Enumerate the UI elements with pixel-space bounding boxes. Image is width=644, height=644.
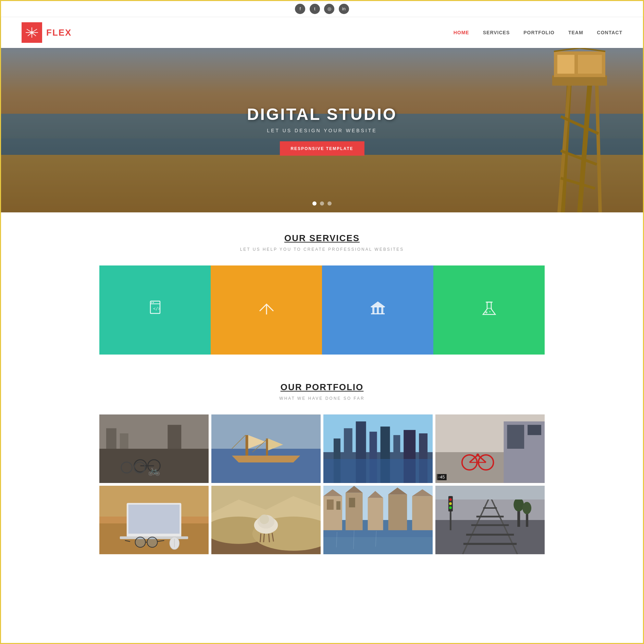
svg-rect-74	[507, 425, 524, 449]
code-icon: </>	[146, 298, 165, 322]
nav-item-team[interactable]: TEAM	[568, 29, 583, 36]
portfolio-item-1[interactable]	[99, 414, 209, 483]
portfolio-thumb-4: 45	[435, 414, 545, 483]
logo-icon	[25, 26, 39, 39]
lifeguard-structure	[542, 48, 617, 212]
svg-line-106	[264, 534, 264, 542]
nav-item-contact[interactable]: CONTACT	[597, 29, 622, 36]
svg-rect-52	[246, 435, 248, 456]
nav-menu: HOME SERVICES PORTFOLIO TEAM CONTACT	[454, 29, 622, 36]
service-card-send[interactable]	[211, 265, 322, 355]
nav-link-contact[interactable]: CONTACT	[597, 30, 622, 35]
svg-rect-30	[372, 307, 374, 314]
svg-point-35	[485, 311, 487, 313]
nav-item-home[interactable]: HOME	[454, 29, 469, 36]
hero-dot-3[interactable]	[327, 201, 332, 206]
send-icon	[257, 299, 276, 322]
portfolio-grid: 45	[99, 414, 545, 554]
portfolio-subtitle: WHAT WE HAVE DONE SO FAR	[35, 396, 609, 401]
hero-dot-2[interactable]	[320, 201, 324, 206]
portfolio-img-4-svg: 45	[435, 414, 545, 483]
instagram-link[interactable]: ◎	[324, 4, 334, 14]
lab-svg	[480, 299, 499, 318]
svg-point-149	[449, 502, 452, 505]
portfolio-item-6[interactable]	[211, 486, 321, 554]
svg-rect-114	[327, 499, 334, 510]
nav-link-services[interactable]: SERVICES	[483, 30, 510, 35]
svg-text:45: 45	[438, 475, 442, 479]
portfolio-item-3[interactable]	[323, 414, 433, 483]
svg-rect-127	[323, 530, 433, 537]
portfolio-item-7[interactable]	[323, 486, 433, 554]
portfolio-thumb-6	[211, 486, 321, 554]
svg-point-91	[147, 537, 158, 547]
svg-line-9	[580, 82, 590, 212]
services-section: OUR SERVICES LET US HELP YOU TO CREATE P…	[1, 212, 643, 375]
portfolio-item-2[interactable]	[211, 414, 321, 483]
svg-rect-31	[377, 307, 379, 314]
nav-item-portfolio[interactable]: PORTFOLIO	[523, 29, 555, 36]
svg-rect-18	[578, 55, 602, 74]
portfolio-img-3-svg	[323, 414, 433, 483]
portfolio-img-6-svg	[211, 486, 321, 554]
svg-line-20	[580, 48, 605, 51]
svg-rect-41	[120, 433, 128, 449]
svg-rect-69	[323, 459, 433, 483]
svg-point-144	[522, 502, 531, 514]
portfolio-thumb-2	[211, 414, 321, 483]
portfolio-img-7-svg	[323, 486, 433, 554]
svg-rect-122	[388, 494, 407, 530]
nav-link-team[interactable]: TEAM	[568, 30, 583, 35]
portfolio-title: OUR PORTFOLIO	[35, 382, 609, 393]
portfolio-item-5[interactable]	[99, 486, 209, 554]
services-grid: </>	[99, 265, 545, 355]
svg-rect-38	[99, 449, 209, 483]
portfolio-thumb-3	[323, 414, 433, 483]
hero-dots	[312, 201, 332, 206]
portfolio-item-8[interactable]	[435, 486, 545, 554]
portfolio-item-4[interactable]: 45	[435, 414, 545, 483]
svg-rect-75	[528, 425, 541, 435]
svg-line-105	[260, 534, 261, 542]
services-title: OUR SERVICES	[35, 233, 609, 244]
service-card-institution[interactable]	[322, 265, 433, 355]
portfolio-img-5-svg	[99, 486, 209, 554]
twitter-link[interactable]: t	[310, 4, 320, 14]
send-svg	[257, 299, 276, 318]
portfolio-thumb-5	[99, 486, 209, 554]
nav-item-services[interactable]: SERVICES	[483, 29, 510, 36]
hero-dot-1[interactable]	[312, 201, 317, 206]
facebook-link[interactable]: f	[295, 4, 305, 14]
portfolio-thumb-8	[435, 486, 545, 554]
service-card-code[interactable]: </>	[99, 265, 211, 355]
portfolio-img-1-svg	[99, 414, 209, 483]
hero-section: DIGITAL STUDIO LET US DESIGN YOUR WEBSIT…	[1, 48, 643, 212]
hero-content: DIGITAL STUDIO LET US DESIGN YOUR WEBSIT…	[247, 105, 397, 156]
hero-title: DIGITAL STUDIO	[247, 105, 397, 124]
svg-point-36	[489, 311, 491, 312]
navbar: FLEX HOME SERVICES PORTFOLIO TEAM CONTAC…	[1, 17, 643, 48]
svg-rect-42	[168, 425, 181, 449]
service-card-lab[interactable]	[433, 265, 545, 355]
portfolio-thumb-7	[323, 486, 433, 554]
nav-link-portfolio[interactable]: PORTFOLIO	[523, 30, 555, 35]
nav-link-home[interactable]: HOME	[454, 30, 469, 35]
portfolio-img-2-svg	[211, 414, 321, 483]
svg-point-7	[30, 31, 33, 34]
svg-point-81	[476, 454, 479, 456]
services-header: OUR SERVICES LET US HELP YOU TO CREATE P…	[35, 233, 609, 252]
brand: FLEX	[22, 22, 72, 43]
institution-icon	[368, 299, 387, 322]
svg-rect-120	[368, 498, 383, 530]
svg-rect-40	[106, 428, 116, 449]
svg-rect-124	[412, 496, 433, 530]
code-svg: </>	[146, 298, 165, 318]
svg-rect-32	[381, 307, 383, 314]
svg-rect-17	[557, 55, 574, 74]
svg-rect-119	[349, 498, 355, 507]
page-wrapper: f t ◎ in	[0, 0, 644, 644]
svg-point-148	[449, 498, 452, 501]
linkedin-link[interactable]: in	[339, 4, 349, 14]
svg-point-24	[153, 302, 154, 303]
hero-cta-button[interactable]: RESPONSIVE TEMPLATE	[280, 141, 364, 156]
